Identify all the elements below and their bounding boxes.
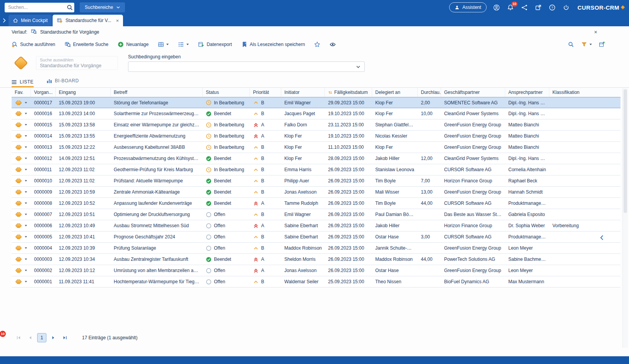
favorite-diamond-icon[interactable] bbox=[15, 212, 22, 217]
favorite-star-button[interactable] bbox=[314, 41, 320, 48]
save-bookmark-button[interactable]: Als Lesezeichen speichern bbox=[241, 41, 305, 48]
tabs-scroll-chevron-icon[interactable] bbox=[0, 15, 9, 26]
table-row[interactable]: 0000015 15.09.2023 13:58 Einsatz einer W… bbox=[12, 119, 620, 131]
open-window-icon[interactable] bbox=[534, 3, 542, 12]
history-entry[interactable]: Standardsuche für Vorgänge bbox=[40, 29, 99, 35]
chevron-down-icon[interactable] bbox=[25, 236, 27, 238]
column-header-ansprechpartner[interactable]: Ansprechpartner bbox=[505, 88, 549, 97]
chevron-down-icon[interactable] bbox=[25, 270, 27, 271]
table-row[interactable]: 0000013 15.09.2023 12:22 Ausbesserung Ka… bbox=[12, 142, 620, 153]
favorite-diamond-icon[interactable] bbox=[15, 167, 22, 172]
column-header-faelligkeitsdatum[interactable]: Fälligkeitsdatum bbox=[325, 88, 372, 97]
favorite-diamond-icon[interactable] bbox=[15, 122, 22, 127]
new-record-button[interactable]: Neuanlage bbox=[118, 41, 149, 48]
table-row[interactable]: 0000012 14.09.2023 12:51 Prozessabwärmen… bbox=[12, 153, 620, 164]
favorite-diamond-icon[interactable] bbox=[15, 246, 22, 250]
search-history-icon[interactable] bbox=[31, 29, 37, 36]
run-search-button[interactable]: Suche ausführen bbox=[12, 41, 55, 48]
column-header-durchlauf[interactable]: Durchlau... bbox=[418, 88, 441, 97]
favorite-diamond-icon[interactable] bbox=[15, 179, 22, 183]
table-row[interactable]: 0000008 12.09.2023 10:52 Anpassung laufe… bbox=[12, 198, 620, 209]
table-row[interactable]: 0000006 12.09.2023 10:49 Ausbau Stromnet… bbox=[12, 220, 620, 231]
chevron-down-icon[interactable] bbox=[25, 146, 27, 148]
favorite-diamond-icon[interactable] bbox=[15, 100, 22, 105]
column-header-status[interactable]: Status bbox=[203, 88, 250, 97]
filter-button[interactable] bbox=[581, 41, 592, 48]
vertical-scrollbar[interactable] bbox=[622, 88, 628, 348]
share-icon[interactable] bbox=[520, 3, 528, 12]
table-row[interactable]: 0000005 12.09.2023 10:41 Prognose Geschä… bbox=[12, 231, 620, 243]
chevron-down-icon[interactable] bbox=[25, 281, 27, 282]
table-row[interactable]: 0000004 12.09.2023 10:39 Prüfung Solaran… bbox=[12, 243, 620, 254]
chevron-down-icon[interactable] bbox=[25, 169, 27, 170]
column-header-geschaeftspartner[interactable]: Geschäftspartner bbox=[441, 88, 505, 97]
favorite-diamond-icon[interactable] bbox=[15, 201, 22, 206]
favorite-diamond-icon[interactable] bbox=[15, 268, 22, 273]
visibility-button[interactable] bbox=[330, 41, 336, 48]
favorite-diamond-icon[interactable] bbox=[15, 235, 22, 239]
chevron-down-icon[interactable] bbox=[25, 135, 27, 137]
chevron-down-icon[interactable] bbox=[25, 202, 27, 204]
search-scope-button[interactable]: Suchbereiche bbox=[80, 2, 125, 12]
search-select-field[interactable]: Suche auswählen Standardsuche für Vorgän… bbox=[36, 56, 118, 70]
favorite-diamond-icon[interactable] bbox=[15, 279, 22, 284]
list-layout-button[interactable] bbox=[178, 41, 189, 48]
chevron-down-icon[interactable] bbox=[25, 247, 27, 249]
table-row[interactable]: 0000002 12.09.2023 10:12 Umrüstung von a… bbox=[12, 265, 620, 276]
notifications-bell-icon[interactable]: 10 bbox=[506, 3, 514, 12]
favorite-diamond-icon[interactable] bbox=[15, 190, 22, 194]
tab-mein-cockpit[interactable]: Mein Cockpit bbox=[9, 15, 52, 26]
scrollbar-thumb[interactable] bbox=[624, 89, 627, 213]
column-header-initiator[interactable]: Initiator bbox=[281, 88, 325, 97]
favorite-diamond-icon[interactable] bbox=[15, 223, 22, 228]
column-header-betreff[interactable]: Betreff bbox=[111, 88, 203, 97]
chevron-down-icon[interactable] bbox=[25, 158, 27, 159]
help-icon[interactable]: ? bbox=[548, 3, 556, 12]
assistant-button[interactable]: Assistent bbox=[449, 2, 487, 12]
table-row[interactable]: 0000003 12.09.2023 10:34 Ausbau Zentralr… bbox=[12, 254, 620, 265]
column-header-eingang[interactable]: Eingang bbox=[56, 88, 111, 97]
chevron-down-icon[interactable] bbox=[25, 180, 27, 182]
search-in-result-button[interactable] bbox=[568, 41, 574, 48]
favorite-diamond-icon[interactable] bbox=[15, 257, 22, 262]
column-header-prioritaet[interactable]: Priorität bbox=[250, 88, 281, 97]
close-icon[interactable]: × bbox=[594, 29, 597, 35]
previous-page-button[interactable] bbox=[26, 333, 35, 342]
chevron-down-icon[interactable] bbox=[25, 102, 27, 104]
tab-liste[interactable]: LISTE bbox=[12, 79, 34, 87]
chevron-down-icon[interactable] bbox=[25, 259, 27, 260]
chevron-down-icon[interactable] bbox=[25, 191, 27, 193]
global-search-box[interactable] bbox=[5, 3, 74, 12]
logout-power-icon[interactable] bbox=[562, 3, 570, 12]
close-icon[interactable]: × bbox=[116, 18, 119, 23]
tab-standardsuche-vorgaenge[interactable]: Standardsuche für V... × bbox=[53, 15, 123, 26]
tab-bi-board[interactable]: BI-BOARD bbox=[47, 78, 79, 87]
chevron-down-icon[interactable] bbox=[25, 225, 27, 226]
search-input[interactable] bbox=[5, 5, 65, 10]
favorite-diamond-icon[interactable] bbox=[15, 156, 22, 161]
table-row[interactable]: 0000014 15.09.2023 13:55 Energieeffizien… bbox=[12, 131, 620, 142]
table-row[interactable]: 0000010 12.09.2023 11:02 Prüfstand: Aktu… bbox=[12, 175, 620, 187]
detach-table-button[interactable] bbox=[599, 41, 605, 48]
advanced-search-button[interactable]: Erweiterte Suche bbox=[65, 41, 108, 48]
column-header-klassifikation[interactable]: Klassifikation bbox=[549, 88, 620, 97]
last-page-button[interactable] bbox=[60, 333, 70, 342]
chevron-down-icon[interactable] bbox=[25, 214, 27, 215]
column-header-delegiert-an[interactable]: Delegiert an bbox=[372, 88, 418, 97]
table-row[interactable]: 0000016 13.09.2023 14:00 Solarthermie zu… bbox=[12, 108, 620, 119]
table-row[interactable]: 0000001 11.09.2023 11:41 Hochtemperatur-… bbox=[12, 276, 620, 287]
chevron-down-icon[interactable] bbox=[25, 124, 27, 126]
table-row[interactable]: 0000007 12.09.2023 10:51 Optimierung der… bbox=[12, 209, 620, 220]
chevron-down-icon[interactable] bbox=[25, 113, 27, 114]
favorite-diamond-icon[interactable] bbox=[15, 134, 22, 138]
current-page[interactable]: 1 bbox=[37, 333, 46, 342]
favorite-diamond-icon[interactable] bbox=[15, 145, 22, 150]
collapse-panel-chevron-icon[interactable] bbox=[600, 235, 603, 242]
column-header-fav[interactable]: Fav. bbox=[12, 88, 31, 97]
condition-combobox[interactable] bbox=[128, 61, 365, 72]
next-page-button[interactable] bbox=[49, 333, 58, 342]
user-account-icon[interactable] bbox=[492, 3, 501, 12]
data-export-button[interactable]: Datenexport bbox=[198, 41, 232, 48]
first-page-button[interactable] bbox=[14, 333, 23, 342]
table-row[interactable]: 0000011 12.09.2023 11:02 Geothermie-Prüf… bbox=[12, 164, 620, 175]
